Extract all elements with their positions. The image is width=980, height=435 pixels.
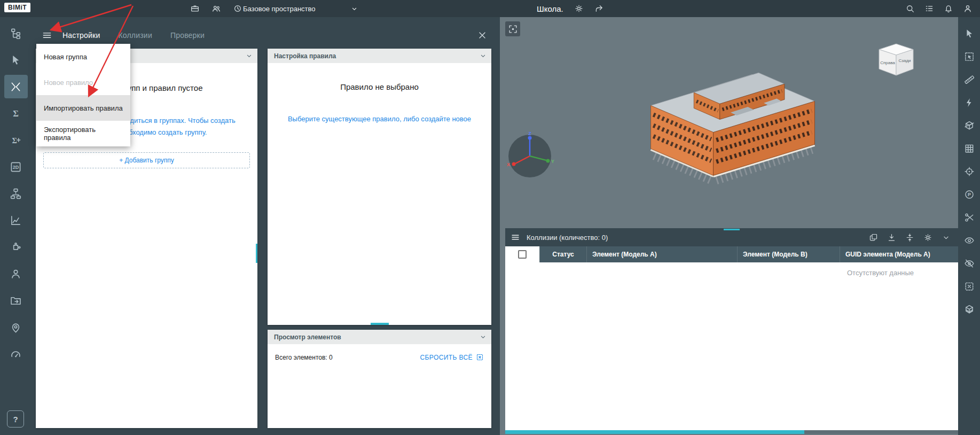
chevron-down-icon bbox=[942, 233, 951, 242]
left-toolbar: ΣΣ2D bbox=[0, 17, 32, 435]
collisions-panel: Коллизии (количество: 0) СтатусЭлемент (… bbox=[505, 228, 958, 434]
right-tool-select[interactable] bbox=[961, 26, 977, 42]
topbar-profile[interactable] bbox=[961, 2, 975, 15]
view-cube[interactable]: Справа Сзади bbox=[875, 42, 918, 81]
reset-all-button[interactable]: СБРОСИТЬ ВСЁ bbox=[420, 353, 484, 361]
tab-collisions[interactable]: Коллизии bbox=[118, 31, 152, 40]
select-all-checkbox[interactable] bbox=[518, 250, 527, 259]
column-status[interactable]: Статус bbox=[539, 246, 586, 262]
right-tool-frame-select[interactable] bbox=[961, 49, 977, 65]
viewport-3d[interactable]: Z Y X Справа Сзади Коллизии (количество:… bbox=[500, 17, 958, 435]
lightning-icon bbox=[964, 97, 975, 108]
collisions-collapse-panel[interactable] bbox=[939, 230, 953, 244]
orgchart-icon bbox=[10, 188, 22, 200]
left-tool-users[interactable] bbox=[4, 262, 28, 285]
horizontal-scrollbar[interactable] bbox=[505, 430, 958, 434]
topbar: BIMiT Базовое пространство Школа. bbox=[0, 0, 980, 17]
topbar-project-settings[interactable] bbox=[572, 2, 586, 15]
panel-resize-handle[interactable] bbox=[371, 323, 389, 325]
hamburger-icon bbox=[42, 30, 52, 41]
left-tool-new-calculation[interactable]: Σ bbox=[4, 128, 28, 152]
view-cube-right-face[interactable]: Сзади bbox=[898, 58, 911, 63]
svg-text:2D: 2D bbox=[13, 165, 19, 170]
rule-settings-header[interactable]: Настройка правила bbox=[268, 49, 491, 63]
svg-text:P: P bbox=[968, 192, 971, 197]
axis-y-label: Y bbox=[551, 159, 554, 164]
right-tool-isolate[interactable] bbox=[961, 301, 977, 317]
tab-settings[interactable]: Настройки bbox=[62, 31, 100, 40]
right-tool-section-plane[interactable] bbox=[961, 118, 977, 134]
add-group-button[interactable]: + Добавить группу bbox=[43, 152, 250, 168]
menu-item-export-rules[interactable]: Экспортировать правила bbox=[36, 121, 130, 146]
collisions-collision-settings[interactable] bbox=[921, 230, 935, 244]
column-elem-a[interactable]: Элемент (Модель A) bbox=[586, 246, 737, 262]
right-toolbar-items: P bbox=[958, 17, 980, 435]
left-tool-select-tool[interactable] bbox=[4, 48, 28, 72]
right-tool-clash-check[interactable] bbox=[961, 95, 977, 111]
2d-icon: 2D bbox=[10, 161, 22, 173]
left-tool-analytics[interactable] bbox=[4, 208, 28, 232]
topbar-right-icons bbox=[903, 2, 975, 15]
hamburger-icon[interactable] bbox=[511, 232, 520, 242]
elements-preview-header[interactable]: Просмотр элементов bbox=[268, 330, 491, 344]
right-tool-hide-selected[interactable] bbox=[961, 255, 977, 271]
axis-gizmo[interactable]: Z Y X bbox=[504, 130, 555, 182]
right-tool-worksheets[interactable] bbox=[961, 141, 977, 157]
plan-p-icon: P bbox=[964, 189, 975, 200]
workspace-selector-label: Базовое пространство bbox=[243, 5, 316, 13]
axis-x-label: X bbox=[507, 162, 510, 167]
right-tool-clear-selection[interactable] bbox=[961, 278, 977, 294]
help-button[interactable]: ? bbox=[7, 410, 24, 428]
rules-menu-button[interactable] bbox=[39, 27, 55, 43]
grid-icon bbox=[964, 143, 975, 154]
left-tool-dashboard[interactable] bbox=[4, 342, 28, 366]
left-tool-plugins[interactable] bbox=[4, 235, 28, 259]
app-logo[interactable]: BIMiT bbox=[4, 3, 30, 12]
right-tool-measure[interactable] bbox=[961, 72, 977, 88]
workspace-selector[interactable]: Базовое пространство bbox=[243, 0, 358, 17]
left-tool-geo-position[interactable] bbox=[4, 315, 28, 339]
rules-tabbar: НастройкиКоллизииПроверки bbox=[36, 25, 493, 45]
topbar-search[interactable] bbox=[903, 2, 917, 15]
topbar-projects[interactable] bbox=[188, 2, 202, 15]
menu-item-new-group[interactable]: Новая группа bbox=[36, 44, 130, 69]
right-tool-section-cut[interactable] bbox=[961, 209, 977, 226]
focus-view-button[interactable] bbox=[505, 21, 520, 36]
elements-summary-row: Всего элементов: 0 СБРОСИТЬ ВСЁ bbox=[268, 344, 491, 361]
collisions-export-collisions[interactable] bbox=[884, 230, 898, 244]
view-cube-left-face[interactable]: Справа bbox=[880, 60, 895, 65]
topbar-task-list[interactable] bbox=[922, 2, 936, 15]
column-guid[interactable]: GUID элемента (Модель A) bbox=[840, 246, 958, 262]
topbar-share-project[interactable] bbox=[592, 2, 606, 15]
column-elem-b[interactable]: Элемент (Модель B) bbox=[737, 246, 840, 262]
left-tool-model-structure[interactable] bbox=[4, 21, 28, 45]
person-icon bbox=[10, 268, 22, 280]
collisions-resize-handle[interactable] bbox=[724, 229, 740, 230]
cursor-icon bbox=[10, 54, 22, 66]
left-tool-collisions-tool[interactable] bbox=[4, 75, 28, 98]
clear-selection-icon bbox=[476, 353, 484, 361]
scrollbar-thumb[interactable] bbox=[256, 244, 257, 263]
building-model[interactable] bbox=[633, 64, 832, 199]
right-tool-focus-model[interactable] bbox=[961, 164, 977, 180]
list-icon bbox=[924, 4, 934, 13]
topbar-notifications[interactable] bbox=[942, 2, 955, 15]
left-tool-calculations[interactable]: Σ bbox=[4, 102, 28, 125]
right-tool-show-all[interactable] bbox=[961, 232, 977, 248]
collisions-group-collisions[interactable] bbox=[866, 230, 880, 244]
down-to-line-icon bbox=[887, 233, 896, 242]
right-tool-plans[interactable]: P bbox=[961, 187, 977, 203]
sigma-icon: Σ bbox=[10, 107, 22, 120]
close-rules-window-button[interactable] bbox=[474, 27, 490, 43]
menu-item-import-rules[interactable]: Импортировать правила bbox=[36, 95, 130, 121]
topbar-collaboration[interactable] bbox=[209, 2, 223, 15]
left-tool-2d-drawings[interactable]: 2D bbox=[4, 155, 28, 178]
gauge-icon bbox=[10, 348, 22, 360]
tab-checks[interactable]: Проверки bbox=[170, 31, 205, 40]
rules-window: НастройкиКоллизииПроверки Дерево групп и… bbox=[36, 25, 493, 428]
left-tool-model-hierarchy[interactable] bbox=[4, 182, 28, 205]
collisions-fit-columns[interactable] bbox=[903, 230, 916, 244]
frame-select-icon bbox=[964, 51, 975, 62]
left-tool-shared-models[interactable] bbox=[4, 289, 28, 312]
scrollbar-thumb[interactable] bbox=[505, 430, 804, 434]
